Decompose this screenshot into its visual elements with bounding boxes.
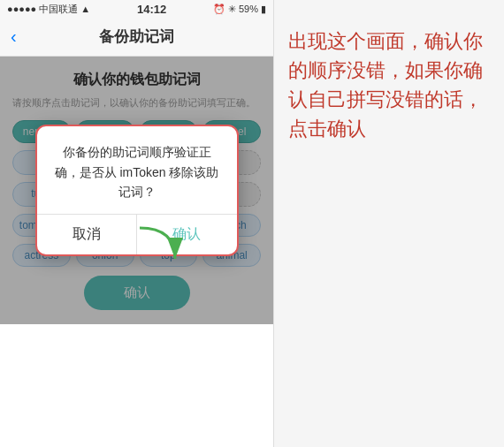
status-time: 14:12 <box>137 3 166 16</box>
nav-bar: ‹ 备份助记词 <box>0 18 273 57</box>
nav-title: 备份助记词 <box>99 27 174 47</box>
modal-body: 你备份的助记词顺序验证正确，是否从 imToken 移除该助记词？ <box>37 126 237 214</box>
arrow-icon <box>131 224 184 268</box>
status-bar: ●●●●● 中国联通 ▲ 14:12 ⏰ ✳ 59% ▮ <box>0 0 273 18</box>
carrier-name: 中国联通 <box>39 3 78 16</box>
alarm-icon: ⏰ <box>213 4 225 15</box>
wifi-icon: ▲ <box>80 4 90 14</box>
annotation-text: 出现这个画面，确认你的顺序没错，如果你确认自己拼写没错的话，点击确认 <box>288 27 490 143</box>
modal-cancel-button[interactable]: 取消 <box>37 215 138 254</box>
modal-text: 你备份的助记词顺序验证正确，是否从 imToken 移除该助记词？ <box>51 142 223 201</box>
battery-level: 59% <box>239 4 258 14</box>
signal-dots: ●●●●● <box>7 4 36 14</box>
annotation-section: 出现这个画面，确认你的顺序没错，如果你确认自己拼写没错的话，点击确认 <box>274 0 504 447</box>
arrow-annotation <box>131 224 184 271</box>
modal-overlay: 你备份的助记词顺序验证正确，是否从 imToken 移除该助记词？ 取消 确认 <box>0 57 273 324</box>
back-button[interactable]: ‹ <box>11 27 17 47</box>
status-left: ●●●●● 中国联通 ▲ <box>7 3 90 16</box>
phone-screen: ●●●●● 中国联通 ▲ 14:12 ⏰ ✳ 59% ▮ ‹ 备份助记词 确认你… <box>0 0 274 447</box>
phone-content: 确认你的钱包助记词 请按顺序点击助记词，以确认你的备份助记词填写正确。 neph… <box>0 57 273 324</box>
bluetooth-icon: ✳ <box>228 4 236 15</box>
status-right: ⏰ ✳ 59% ▮ <box>213 4 266 15</box>
battery-icon: ▮ <box>261 4 266 15</box>
